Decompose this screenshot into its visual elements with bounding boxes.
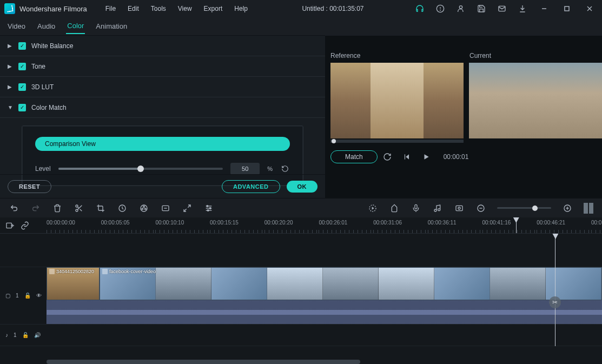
match-button[interactable]: Match [330, 150, 378, 163]
chevron-down-icon: ▼ [8, 104, 13, 110]
zoom-in-icon[interactable] [562, 203, 573, 214]
reset-level-icon[interactable] [280, 164, 290, 174]
checkbox-color-match[interactable]: ✓ [18, 104, 26, 111]
crop-icon[interactable] [95, 203, 106, 214]
speed-icon[interactable] [117, 203, 128, 214]
timeline-view-toggle[interactable] [584, 203, 593, 214]
video-track-body[interactable]: 34044125002820 facebook-cover-video [47, 267, 602, 324]
checkbox-tone[interactable]: ✓ [18, 63, 26, 70]
slider-thumb[interactable] [137, 166, 144, 172]
menu-view[interactable]: View [173, 3, 197, 15]
accordion-tone[interactable]: ▶ ✓ Tone [0, 56, 325, 77]
maximize-button[interactable] [559, 2, 575, 16]
svg-line-16 [77, 207, 79, 208]
preview-images [330, 63, 602, 138]
accordion-white-balance[interactable]: ▶ ✓ White Balance [0, 36, 325, 56]
mail-icon[interactable] [495, 2, 509, 16]
prev-frame-icon[interactable] [401, 151, 412, 162]
main-split: ▶ ✓ White Balance ▶ ✓ Tone ▶ ✓ 3D LUT ▼ … [0, 36, 602, 198]
menu-file[interactable]: File [100, 3, 121, 15]
close-button[interactable] [581, 2, 598, 16]
menu-edit[interactable]: Edit [122, 3, 144, 15]
tab-video[interactable]: Video [6, 19, 27, 34]
color-icon[interactable] [138, 203, 149, 214]
level-value-input[interactable]: 50 [230, 163, 260, 175]
preview-timecode: 00:00:01 [444, 153, 469, 161]
menu-tools[interactable]: Tools [145, 3, 171, 15]
checkbox-3d-lut[interactable]: ✓ [18, 83, 26, 91]
split-icon[interactable] [74, 203, 84, 214]
reference-scrubber[interactable] [330, 140, 464, 143]
level-slider[interactable] [58, 168, 223, 170]
user-icon[interactable] [454, 2, 468, 16]
snapshot-icon[interactable] [454, 203, 465, 214]
preview-area: Reference Current Match 00:00:01 [330, 36, 602, 198]
zoom-slider[interactable] [497, 207, 551, 209]
mute-icon[interactable]: 🔊 [34, 332, 41, 338]
tab-animation[interactable]: Animation [95, 19, 128, 34]
settings-icon[interactable] [203, 203, 214, 214]
reset-button[interactable]: RESET [8, 180, 51, 193]
image-clip-icon [49, 269, 55, 274]
tone-label: Tone [31, 63, 45, 70]
svg-rect-33 [415, 204, 417, 209]
advanced-button[interactable]: ADVANCED [222, 180, 280, 193]
undo-icon[interactable] [9, 203, 19, 214]
ok-button[interactable]: OK [287, 181, 318, 193]
delete-icon[interactable] [52, 203, 63, 214]
ruler-tick: 00:00:10:10 [155, 217, 210, 233]
comparison-view-button[interactable]: Comparison View [35, 137, 290, 151]
audio-mixer-icon[interactable] [432, 203, 443, 214]
accordion-3d-lut[interactable]: ▶ ✓ 3D LUT [0, 77, 325, 97]
video-icon: ▢ [5, 293, 10, 299]
expand-icon[interactable] [182, 203, 193, 214]
info-icon[interactable] [433, 2, 447, 16]
menu-bar: File Edit Tools View Export Help [100, 3, 253, 15]
visibility-icon[interactable]: 👁 [36, 293, 42, 299]
add-track-icon[interactable] [5, 221, 14, 230]
playhead[interactable] [516, 217, 517, 233]
svg-point-35 [458, 207, 460, 209]
audio-track-body[interactable] [47, 325, 602, 346]
chevron-right-icon: ▶ [8, 43, 13, 49]
minimize-button[interactable] [536, 2, 552, 16]
clip-image[interactable]: 34044125002820 [47, 267, 100, 300]
greenscreen-icon[interactable] [160, 203, 171, 214]
menu-export[interactable]: Export [199, 3, 228, 15]
tab-color[interactable]: Color [66, 18, 85, 34]
audio-waveform[interactable] [47, 300, 602, 324]
ruler-tick: 00:00:00:00 [47, 217, 101, 233]
voiceover-icon[interactable] [411, 203, 421, 214]
render-icon[interactable] [367, 203, 378, 214]
audio-track-1: ♪1 🔓 🔊 [0, 325, 602, 346]
link-icon[interactable] [21, 221, 29, 230]
redo-icon[interactable] [30, 203, 41, 214]
ruler-tick: 00:00:26:01 [319, 217, 373, 233]
app-logo-icon [4, 3, 15, 14]
zoom-out-icon[interactable] [475, 203, 486, 214]
split-indicator-icon[interactable]: ✂ [549, 296, 561, 308]
ruler-tick: 00:00:05:05 [101, 217, 156, 233]
reload-icon[interactable] [382, 151, 393, 162]
accordion-color-match[interactable]: ▼ ✓ Color Match [0, 97, 325, 118]
clip-video[interactable]: facebook-cover-video [100, 267, 602, 300]
playhead-line[interactable] [555, 234, 555, 346]
headphones-icon[interactable] [413, 2, 427, 16]
lock-icon[interactable]: 🔓 [24, 293, 31, 299]
ruler-tick: 00:00:15:15 [210, 217, 264, 233]
title-bar: Wondershare Filmora File Edit Tools View… [0, 0, 602, 17]
tab-audio[interactable]: Audio [36, 19, 56, 34]
ruler-tick: 00:0 [591, 217, 602, 233]
save-icon[interactable] [474, 2, 488, 16]
timeline-scrollbar[interactable] [47, 360, 360, 364]
lock-icon[interactable]: 🔓 [22, 332, 29, 338]
menu-help[interactable]: Help [229, 3, 253, 15]
lut-label: 3D LUT [31, 83, 54, 91]
checkbox-white-balance[interactable]: ✓ [18, 42, 26, 50]
track-number: 1 [16, 293, 19, 299]
svg-point-19 [143, 206, 145, 208]
download-icon[interactable] [515, 2, 530, 16]
play-icon[interactable] [421, 151, 432, 162]
marker-icon[interactable] [389, 203, 400, 214]
timeline-ruler[interactable]: 00:00:00:00 00:00:05:05 00:00:10:10 00:0… [47, 217, 602, 233]
